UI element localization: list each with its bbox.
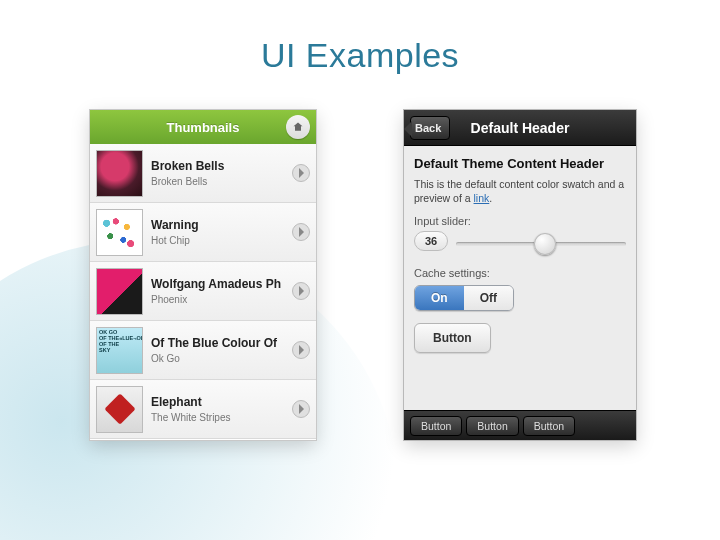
input-slider[interactable] — [456, 235, 626, 253]
default-header: Back Default Header — [404, 110, 636, 146]
footer-button[interactable]: Button — [466, 416, 518, 436]
album-art — [96, 268, 143, 315]
list-item-subtitle: Ok Go — [151, 353, 292, 364]
example-thumbnails-panel: Thumbnails Broken Bells Broken Bells War… — [90, 110, 316, 440]
chevron-right-icon — [292, 282, 310, 300]
footer-button[interactable]: Button — [523, 416, 575, 436]
desc-text-suffix: . — [489, 192, 492, 204]
segment-on[interactable]: On — [415, 286, 464, 310]
chevron-right-icon — [292, 164, 310, 182]
list-item-subtitle: Hot Chip — [151, 235, 292, 246]
list-item-subtitle: The White Stripes — [151, 412, 292, 423]
home-icon — [292, 121, 304, 133]
back-button-label: Back — [415, 122, 441, 134]
list-item[interactable]: Warning Hot Chip — [90, 203, 316, 262]
preview-link[interactable]: link — [474, 192, 490, 204]
list-item-title: Warning — [151, 218, 292, 232]
segment-off[interactable]: Off — [464, 286, 513, 310]
list-item[interactable]: Broken Bells Broken Bells — [90, 144, 316, 203]
thumbnails-header-title: Thumbnails — [167, 120, 240, 135]
footer-bar: Button Button Button — [404, 410, 636, 440]
cache-segmented-control[interactable]: On Off — [414, 285, 514, 311]
slider-value: 36 — [414, 231, 448, 251]
content-body: Default Theme Content Header This is the… — [404, 146, 636, 361]
list-item[interactable]: Elephant The White Stripes — [90, 380, 316, 439]
list-item[interactable]: Of The Blue Colour Of Ok Go — [90, 321, 316, 380]
chevron-right-icon — [292, 400, 310, 418]
slider-knob[interactable] — [534, 233, 556, 255]
album-art — [96, 150, 143, 197]
content-header: Default Theme Content Header — [414, 156, 626, 171]
list-item-title: Broken Bells — [151, 159, 292, 173]
album-art — [96, 327, 143, 374]
list-item-subtitle: Broken Bells — [151, 176, 292, 187]
content-description: This is the default content color swatch… — [414, 177, 626, 205]
list-item-title: Of The Blue Colour Of — [151, 336, 292, 350]
slider-label: Input slider: — [414, 215, 626, 227]
slide-title: UI Examples — [0, 36, 720, 75]
list-item-title: Wolfgang Amadeus Ph — [151, 277, 292, 291]
chevron-right-icon — [292, 341, 310, 359]
default-header-title: Default Header — [471, 120, 570, 136]
list-item-title: Elephant — [151, 395, 292, 409]
album-art — [96, 386, 143, 433]
list-item[interactable]: Wolfgang Amadeus Ph Phoenix — [90, 262, 316, 321]
cache-settings-label: Cache settings: — [414, 267, 626, 279]
back-button[interactable]: Back — [410, 116, 450, 140]
home-button[interactable] — [286, 115, 310, 139]
list-item-subtitle: Phoenix — [151, 294, 292, 305]
album-art — [96, 209, 143, 256]
desc-text-prefix: This is the default content color swatch… — [414, 178, 624, 204]
thumbnails-header: Thumbnails — [90, 110, 316, 144]
thumbnails-list: Broken Bells Broken Bells Warning Hot Ch… — [90, 144, 316, 439]
footer-button[interactable]: Button — [410, 416, 462, 436]
chevron-right-icon — [292, 223, 310, 241]
example-default-theme-panel: Back Default Header Default Theme Conten… — [404, 110, 636, 440]
generic-button[interactable]: Button — [414, 323, 491, 353]
